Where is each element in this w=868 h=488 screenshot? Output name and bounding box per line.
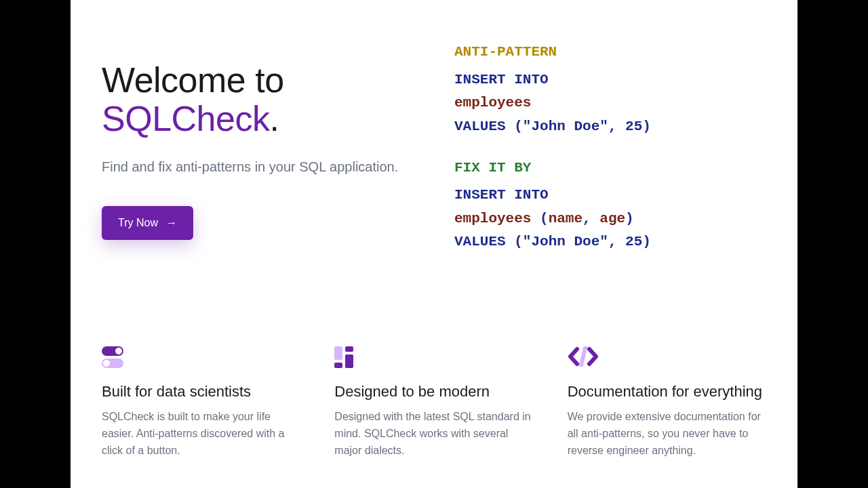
feature-card: Documentation for everything We provide …	[568, 346, 766, 459]
dashboard-icon	[334, 346, 364, 371]
svg-point-1	[115, 348, 122, 354]
features-row: Built for data scientists SQLCheck is bu…	[102, 346, 766, 459]
num-25: 25	[625, 119, 642, 134]
svg-point-3	[103, 360, 110, 367]
paren: )	[625, 211, 634, 226]
hero-title-line2: SQLCheck.	[102, 100, 427, 138]
feature-card: Designed to be modern Designed with the …	[334, 346, 533, 459]
svg-rect-5	[334, 363, 342, 368]
comma: ,	[608, 234, 625, 249]
feature-body: We provide extensive documentation for a…	[568, 409, 766, 459]
str-john: "John Doe"	[523, 234, 608, 249]
paren: )	[642, 119, 651, 134]
num-25: 25	[625, 234, 642, 249]
hero-title-line1: Welcome to	[102, 61, 427, 100]
str-john: "John Doe"	[523, 119, 608, 134]
paren: (	[540, 211, 549, 226]
feature-title: Built for data scientists	[102, 383, 300, 401]
try-now-button[interactable]: Try Now →	[102, 206, 193, 240]
paren: (	[514, 119, 523, 134]
svg-rect-6	[345, 346, 353, 352]
paren: (	[514, 234, 523, 249]
ident-table: employees	[454, 95, 531, 110]
feature-title: Designed to be modern	[334, 383, 533, 401]
kw-values: VALUES	[454, 119, 506, 134]
kw-values: VALUES	[454, 234, 506, 249]
col-name: name	[549, 211, 583, 226]
hero-left: Welcome to SQLCheck. Find and fix anti-p…	[102, 41, 427, 272]
code-icon	[568, 346, 597, 371]
hero-section: Welcome to SQLCheck. Find and fix anti-p…	[102, 41, 766, 272]
code-line: INSERT INTO	[454, 184, 766, 207]
code-line: employees (name, age)	[454, 207, 766, 231]
svg-line-8	[581, 348, 585, 365]
svg-rect-7	[345, 354, 353, 368]
code-line: VALUES ("John Doe", 25)	[454, 230, 766, 254]
feature-body: SQLCheck is built to make your life easi…	[102, 409, 300, 459]
kw-insert: INSERT INTO	[454, 187, 549, 203]
col-age: age	[599, 211, 625, 226]
comma: ,	[608, 119, 625, 134]
comma: ,	[583, 211, 599, 226]
code-line: INSERT INTO	[454, 68, 766, 92]
feature-body: Designed with the latest SQL standard in…	[334, 409, 533, 459]
page: Welcome to SQLCheck. Find and fix anti-p…	[71, 0, 797, 488]
feature-card: Built for data scientists SQLCheck is bu…	[102, 346, 300, 459]
fix-block: FIX IT BY INSERT INTO employees (name, a…	[454, 157, 766, 255]
code-sample: ANTI-PATTERN INSERT INTO employees VALUE…	[454, 41, 766, 272]
feature-title: Documentation for everything	[568, 383, 766, 401]
hero-brand: SQLCheck	[102, 99, 269, 138]
svg-rect-4	[334, 346, 342, 360]
kw-insert: INSERT INTO	[454, 72, 549, 87]
fix-header: FIX IT BY	[454, 157, 766, 180]
ident-table: employees	[454, 211, 531, 226]
hero-title-punct: .	[269, 99, 279, 138]
paren: )	[642, 234, 651, 249]
toggle-icon	[102, 346, 132, 371]
try-now-label: Try Now	[118, 217, 158, 229]
anti-pattern-block: ANTI-PATTERN INSERT INTO employees VALUE…	[454, 41, 766, 139]
code-line: employees	[454, 92, 766, 115]
code-line: VALUES ("John Doe", 25)	[454, 115, 766, 139]
arrow-right-icon: →	[166, 218, 177, 228]
hero-subtitle: Find and fix anti-patterns in your SQL a…	[102, 157, 427, 176]
anti-pattern-header: ANTI-PATTERN	[454, 41, 766, 64]
